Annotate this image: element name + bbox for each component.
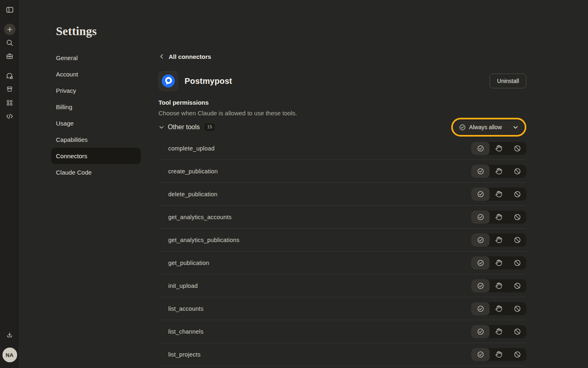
deny-button[interactable] [508, 279, 526, 292]
tool-name: delete_publication [158, 191, 218, 197]
settings-sidebar: Settings General Account Privacy Billing… [20, 0, 158, 368]
ask-permission-button[interactable] [490, 279, 508, 292]
ban-icon [514, 213, 521, 221]
sidebar-item-general[interactable]: General [51, 49, 141, 66]
tool-row: init_upload [158, 274, 526, 297]
sidebar-item-label: Capabilities [56, 136, 88, 143]
permission-segmented-control [471, 302, 526, 315]
sidebar-item-billing[interactable]: Billing [51, 99, 141, 115]
search-icon[interactable] [3, 36, 16, 49]
ban-icon [514, 328, 521, 335]
chevron-left-icon [158, 53, 165, 60]
permission-segmented-control [471, 211, 526, 224]
deny-button[interactable] [508, 325, 526, 338]
sidebar-item-label: Usage [56, 120, 74, 127]
chevron-down-icon [512, 124, 519, 130]
back-label: All connectors [169, 53, 211, 60]
tool-row: list_projects [158, 343, 526, 366]
sidebar-item-claude-code[interactable]: Claude Code [51, 164, 141, 180]
ask-permission-button[interactable] [490, 233, 508, 247]
ask-permission-button[interactable] [490, 348, 508, 361]
allow-button[interactable] [471, 302, 490, 315]
tool-row: list_channels [158, 320, 526, 343]
allow-button[interactable] [471, 142, 490, 155]
allow-button[interactable] [471, 211, 490, 224]
tool-row: get_analytics_publications [158, 229, 526, 251]
ask-permission-button[interactable] [490, 325, 508, 338]
chats-icon[interactable] [3, 70, 16, 83]
click-highlight-ring: Always allow [451, 118, 526, 137]
tool-name: list_projects [158, 351, 200, 358]
check-circle-icon [477, 168, 484, 175]
tool-row: get_analytics_accounts [158, 206, 526, 229]
permission-segmented-control [471, 233, 526, 247]
connector-detail-panel: All connectors Postmypost Uninstall Tool… [158, 0, 526, 366]
hand-icon [495, 191, 502, 197]
ban-icon [514, 282, 521, 289]
deny-button[interactable] [508, 348, 526, 361]
sidebar-item-label: General [56, 54, 78, 61]
ban-icon [514, 351, 521, 358]
allow-button[interactable] [471, 279, 490, 292]
sidebar-item-capabilities[interactable]: Capabilities [51, 131, 141, 148]
sidebar-item-usage[interactable]: Usage [51, 115, 141, 131]
allow-button[interactable] [471, 233, 490, 247]
new-chat-plus-icon[interactable] [3, 23, 16, 36]
sidebar-item-connectors[interactable]: Connectors [51, 148, 141, 164]
ban-icon [514, 168, 521, 175]
check-circle-icon [477, 305, 484, 312]
download-icon[interactable] [3, 328, 16, 341]
sidebar-item-account[interactable]: Account [51, 66, 141, 82]
deny-button[interactable] [508, 211, 526, 224]
tool-name: get_publication [158, 260, 209, 266]
allow-button[interactable] [471, 188, 490, 201]
hand-icon [495, 236, 502, 243]
deny-button[interactable] [508, 142, 526, 155]
code-icon[interactable] [3, 110, 16, 123]
sidebar-item-label: Connectors [56, 153, 87, 159]
tool-list: complete_upload create_publication [158, 137, 526, 366]
deny-button[interactable] [508, 233, 526, 247]
tool-name: init_upload [158, 283, 198, 289]
ask-permission-button[interactable] [490, 256, 508, 269]
allow-button[interactable] [471, 165, 490, 178]
uninstall-button[interactable]: Uninstall [490, 74, 526, 88]
avatar[interactable]: NA [2, 348, 17, 362]
hand-icon [495, 145, 502, 152]
permission-segmented-control [471, 188, 526, 201]
tool-name: list_channels [158, 328, 203, 335]
ask-permission-button[interactable] [490, 188, 508, 201]
allow-button[interactable] [471, 348, 490, 361]
deny-button[interactable] [508, 165, 526, 178]
allow-button[interactable] [471, 325, 490, 338]
deny-button[interactable] [508, 188, 526, 201]
ask-permission-button[interactable] [490, 211, 508, 224]
ask-permission-button[interactable] [490, 165, 508, 178]
tool-name: complete_upload [158, 145, 214, 152]
group-permission-value: Always allow [469, 124, 509, 130]
other-tools-toggle[interactable]: Other tools 15 [158, 123, 215, 131]
hand-icon [495, 168, 502, 175]
check-circle-icon [477, 145, 484, 152]
back-to-all-connectors[interactable]: All connectors [158, 50, 211, 63]
sidebar-item-label: Billing [56, 103, 72, 110]
connectors-grid-icon[interactable] [3, 96, 16, 109]
group-permission-dropdown[interactable]: Always allow [454, 121, 523, 134]
ask-permission-button[interactable] [490, 302, 508, 315]
ask-permission-button[interactable] [490, 142, 508, 155]
ban-icon [514, 145, 521, 152]
other-tools-label: Other tools [168, 123, 200, 131]
sidebar-toggle-icon[interactable] [3, 3, 16, 16]
artifacts-box-icon[interactable] [3, 83, 16, 96]
hand-icon [495, 328, 502, 335]
toolbox-icon[interactable] [3, 49, 16, 63]
permission-segmented-control [471, 142, 526, 155]
ban-icon [514, 259, 521, 267]
deny-button[interactable] [508, 302, 526, 315]
deny-button[interactable] [508, 256, 526, 269]
tool-permissions-subtitle: Choose when Claude is allowed to use the… [158, 110, 526, 117]
permission-segmented-control [471, 348, 526, 361]
allow-button[interactable] [471, 256, 490, 269]
sidebar-item-label: Privacy [56, 87, 76, 94]
sidebar-item-privacy[interactable]: Privacy [51, 82, 141, 99]
